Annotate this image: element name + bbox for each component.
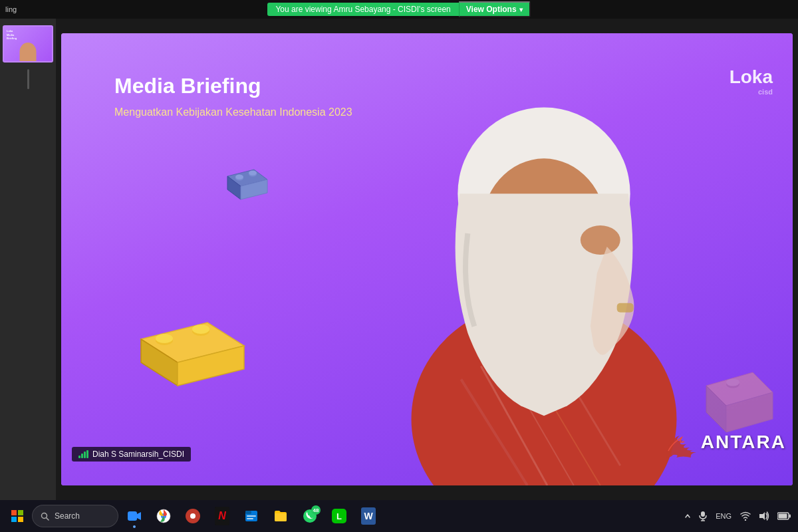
bar4 — [86, 450, 88, 458]
window-title: ling — [5, 5, 17, 13]
lego-blue-brick — [221, 166, 274, 203]
bar2 — [81, 454, 83, 458]
svg-rect-50 — [247, 518, 253, 519]
slide-background: Media Briefing Menguatkan Kebijakan Kese… — [61, 33, 793, 485]
taskbar-tray: ENG — [682, 508, 793, 524]
presentation-frame: Media Briefing Menguatkan Kebijakan Kese… — [61, 33, 793, 485]
volume-icon — [759, 511, 769, 521]
svg-rect-38 — [18, 510, 23, 515]
svg-rect-59 — [779, 514, 787, 519]
taskbar-chrome-app[interactable] — [150, 503, 177, 529]
view-options-button[interactable]: View Options — [459, 1, 531, 17]
tray-volume[interactable] — [757, 509, 771, 523]
svg-line-42 — [47, 517, 49, 520]
svg-rect-52 — [701, 511, 705, 517]
svg-rect-58 — [789, 515, 791, 518]
svg-marker-56 — [759, 512, 765, 520]
presenter-area — [295, 33, 793, 485]
line-icon: L — [332, 509, 346, 523]
svg-point-35 — [581, 225, 620, 255]
svg-rect-39 — [11, 517, 17, 522]
taskbar-zoom-app[interactable] — [121, 503, 148, 529]
chrome-icon — [156, 509, 171, 523]
speaker-name: Diah S Saminarsih_CISDI — [92, 450, 184, 459]
svg-point-6 — [249, 171, 257, 176]
taskbar-line-app[interactable]: L — [326, 503, 352, 529]
start-button[interactable] — [5, 504, 29, 528]
taskbar-files-app[interactable] — [238, 503, 265, 529]
svg-rect-49 — [247, 515, 256, 517]
windows-logo-icon — [11, 510, 23, 522]
netflix-icon: N — [215, 507, 229, 525]
svg-rect-37 — [11, 510, 17, 515]
video-area: Media Briefing Menguatkan Kebijakan Kese… — [56, 19, 798, 500]
sidebar-scrollbar[interactable] — [27, 69, 29, 89]
wifi-icon — [740, 511, 751, 521]
svg-point-55 — [745, 519, 746, 521]
bar1 — [78, 456, 80, 458]
zoom-icon — [127, 509, 142, 523]
lego-yellow-brick — [128, 319, 247, 386]
search-icon — [41, 512, 49, 521]
search-label: Search — [55, 511, 80, 521]
battery-icon — [777, 512, 791, 520]
taskbar: Search N — [0, 500, 798, 532]
screen-share-label: You are viewing Amru Sebayang - CISDI's … — [267, 3, 458, 16]
taskbar-search[interactable]: Search — [32, 505, 118, 527]
thumb-text: LokaMediaBriefing — [7, 29, 17, 41]
tray-wifi[interactable] — [738, 509, 753, 523]
word-icon: W — [361, 507, 376, 525]
svg-rect-43 — [128, 511, 137, 521]
svg-marker-44 — [137, 512, 141, 520]
tray-mic[interactable] — [697, 508, 709, 524]
slide-panel: LokaMediaBriefing — [0, 19, 56, 500]
top-bar: ling You are viewing Amru Sebayang - CIS… — [0, 0, 798, 19]
files-icon — [244, 509, 259, 523]
presenter-svg — [295, 33, 793, 485]
taskbar-netflix-app[interactable]: N — [209, 503, 235, 529]
main-area: LokaMediaBriefing Media Briefing Menguat… — [0, 19, 798, 500]
taskbar-filemanager-app[interactable] — [267, 503, 294, 529]
speaker-label: Diah S Saminarsih_CISDI — [72, 447, 191, 462]
tray-chevron[interactable] — [682, 510, 693, 522]
antara-bird-icon — [663, 426, 700, 459]
tray-battery[interactable] — [775, 509, 793, 523]
microphone-icon — [699, 511, 707, 521]
svg-rect-48 — [245, 511, 251, 514]
tray-lang[interactable]: ENG — [713, 511, 734, 521]
signal-icon — [78, 450, 88, 458]
antara-text: ANTARA — [701, 432, 786, 453]
taskbar-whatsapp-app[interactable]: 48 — [297, 503, 323, 529]
antara-logo: ANTARA — [663, 426, 786, 459]
filemanager-icon — [273, 509, 288, 523]
taskbar-obs-app[interactable] — [180, 503, 206, 529]
svg-rect-40 — [18, 517, 23, 522]
svg-point-4 — [235, 175, 243, 180]
svg-point-11 — [156, 334, 173, 343]
obs-icon — [186, 509, 200, 523]
slide-title: Media Briefing — [114, 73, 261, 98]
svg-rect-36 — [617, 303, 634, 313]
taskbar-word-app[interactable]: W — [355, 503, 382, 529]
chevron-up-icon — [684, 513, 691, 519]
whatsapp-badge: 48 — [311, 505, 321, 515]
bar3 — [84, 452, 86, 458]
svg-point-13 — [192, 325, 209, 334]
slide-thumbnail-1[interactable]: LokaMediaBriefing — [3, 25, 53, 63]
